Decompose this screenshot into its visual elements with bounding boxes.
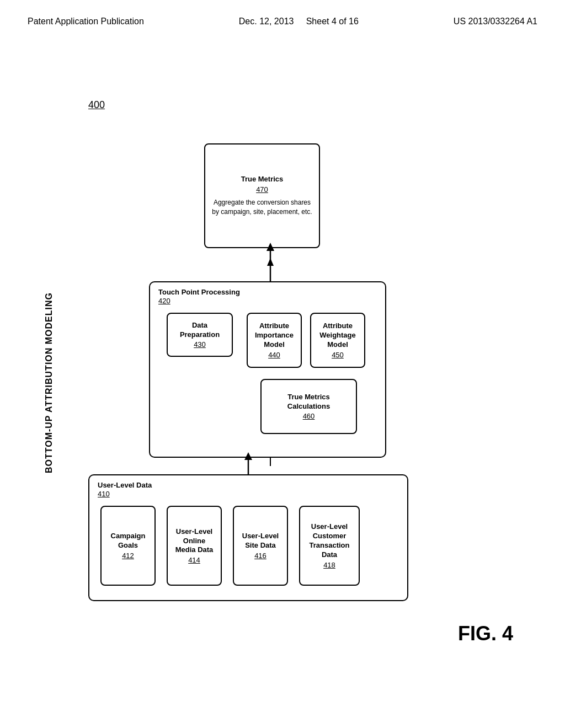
site-data-title: User-Level Site Data <box>238 532 282 550</box>
fig-label: FIG. 4 <box>458 622 513 645</box>
touch-point-title: Touch Point Processing <box>158 288 240 296</box>
attribute-importance-number: 440 <box>268 351 280 359</box>
user-level-number: 410 <box>98 490 110 498</box>
site-data-box: User-Level Site Data 416 <box>233 506 288 586</box>
campaign-goals-number: 412 <box>122 552 134 560</box>
touch-point-processing-box: Touch Point Processing 420 Data Preparat… <box>149 281 386 458</box>
true-metrics-calc-number: 460 <box>303 412 315 420</box>
user-level-title: User-Level Data <box>98 481 152 489</box>
data-preparation-number: 430 <box>194 340 206 349</box>
customer-transaction-title: User-Level Customer Transaction Data <box>305 522 354 560</box>
header-date-sheet: Dec. 12, 2013 <box>239 17 294 26</box>
header-center: Dec. 12, 2013 Sheet 4 of 16 <box>239 17 359 26</box>
diagram-area: BOTTOM-UP ATTRIBUTION MODELING 400 True … <box>33 72 530 678</box>
header-left: Patent Application Publication <box>28 17 144 26</box>
svg-marker-3 <box>267 258 274 266</box>
publication-title: Patent Application Publication <box>28 17 144 26</box>
data-preparation-box: Data Preparation 430 <box>167 313 233 357</box>
customer-transaction-number: 418 <box>323 561 335 569</box>
header-right: US 2013/0332264 A1 <box>454 17 537 26</box>
diagram-number: 400 <box>88 99 105 111</box>
campaign-goals-title: Campaign Goals <box>106 532 150 550</box>
patent-number: US 2013/0332264 A1 <box>454 17 537 26</box>
attribute-weightage-box: Attribute Weightage Model 450 <box>310 313 365 368</box>
aggregate-text: Aggregate the conversion shares by campa… <box>210 198 315 217</box>
user-level-data-box: User-Level Data 410 Campaign Goals 412 U… <box>88 474 408 601</box>
attribute-weightage-number: 450 <box>332 351 344 359</box>
attribute-importance-box: Attribute Importance Model 440 <box>247 313 302 368</box>
true-metrics-box: True Metrics 470 Aggregate the conversio… <box>204 143 320 248</box>
header-sheet: Sheet 4 of 16 <box>306 17 359 26</box>
online-media-box: User-Level Online Media Data 414 <box>167 506 222 586</box>
true-metrics-number: 470 <box>256 185 268 194</box>
site-data-number: 416 <box>254 552 266 560</box>
data-preparation-title: Data Preparation <box>172 321 227 340</box>
campaign-goals-box: Campaign Goals 412 <box>100 506 156 586</box>
true-metrics-title: True Metrics <box>241 175 284 184</box>
customer-transaction-box: User-Level Customer Transaction Data 418 <box>299 506 360 586</box>
attribute-importance-title: Attribute Importance Model <box>252 322 296 350</box>
online-media-title: User-Level Online Media Data <box>172 527 216 555</box>
attribute-weightage-title: Attribute Weightage Model <box>316 322 360 350</box>
online-media-number: 414 <box>188 556 200 564</box>
page-header: Patent Application Publication Dec. 12, … <box>0 0 565 26</box>
side-label: BOTTOM-UP ATTRIBUTION MODELING <box>44 292 54 473</box>
true-metrics-calc-box: True Metrics Calculations 460 <box>260 379 357 434</box>
true-metrics-calc-title: True Metrics Calculations <box>266 393 351 411</box>
touch-point-number: 420 <box>158 297 170 305</box>
